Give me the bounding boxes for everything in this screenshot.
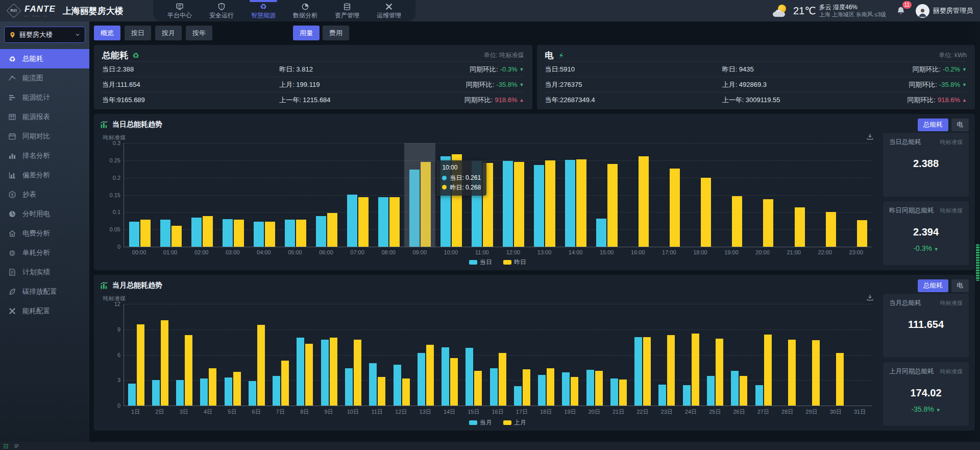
- x-tick-label: 00:00: [124, 249, 155, 255]
- chart-tab[interactable]: 电: [951, 119, 969, 131]
- chart-card: 当日总能耗趋势 总能耗电 吨标准煤 0.30.250.20.150.10.050…: [94, 114, 975, 270]
- bar: [358, 197, 369, 247]
- panel-label: 当日总能耗: [889, 138, 921, 147]
- legend-item[interactable]: 当日: [469, 258, 492, 267]
- bar: [731, 371, 739, 406]
- chart-tab[interactable]: 电: [951, 279, 969, 292]
- plot-area[interactable]: 129630: [124, 304, 872, 406]
- bar-group: [293, 304, 317, 406]
- arrow-down-icon: ▼: [520, 82, 524, 87]
- mode-tab[interactable]: 用量: [293, 26, 320, 40]
- sidebar-item[interactable]: 碳排放配置: [0, 282, 89, 301]
- nav-item[interactable]: 安全运行: [208, 1, 235, 21]
- grid-dots-icon[interactable]: [3, 443, 9, 449]
- nav-item[interactable]: 数据分析: [292, 1, 318, 21]
- scrollbar-thumb[interactable]: [976, 244, 979, 281]
- x-tick-label: 28日: [775, 408, 799, 416]
- x-tick-label: 9日: [316, 408, 340, 416]
- chart-card: 当月总能耗趋势 总能耗电 吨标准煤 129630 1日2日3日4日5日6日7日8…: [94, 275, 975, 431]
- x-tick-label: 31日: [848, 408, 872, 416]
- view-tab[interactable]: 按日: [125, 26, 151, 40]
- plot-area[interactable]: 0.30.250.20.150.10.050 10:00当日: 0.261昨日:…: [124, 143, 872, 247]
- legend-item[interactable]: 上月: [503, 418, 526, 427]
- building-selector[interactable]: 丽婴房大楼: [4, 27, 85, 43]
- bar: [160, 220, 170, 247]
- bar: [129, 222, 139, 247]
- electricity-fee-icon: [8, 229, 16, 238]
- chart-tab[interactable]: 总能耗: [918, 119, 948, 131]
- bar-group: [498, 143, 529, 247]
- summary-cell: 昨日: 3.812: [279, 65, 470, 74]
- mode-tab[interactable]: 费用: [323, 26, 349, 40]
- bar-group: [775, 304, 799, 406]
- x-tick-label: 30日: [824, 408, 848, 416]
- card-unit: 单位: kWh: [939, 51, 967, 60]
- sidebar-item[interactable]: 能耗配置: [0, 301, 89, 321]
- sidebar-item[interactable]: 分时用电: [0, 204, 89, 224]
- x-tick-label: 21:00: [778, 249, 810, 255]
- x-tick-label: 07:00: [342, 249, 373, 255]
- time-of-use-icon: [8, 210, 16, 218]
- rate-value: -0.2%: [943, 65, 960, 73]
- list-icon[interactable]: [14, 443, 19, 449]
- sidebar-item[interactable]: 同期对比: [0, 127, 89, 146]
- legend-item[interactable]: 当月: [469, 418, 492, 427]
- notification-bell[interactable]: 11: [894, 4, 908, 17]
- nav-item-label: 资产管理: [335, 11, 359, 20]
- download-icon[interactable]: [866, 294, 874, 301]
- weather-icon: [773, 4, 790, 17]
- download-icon[interactable]: [866, 133, 874, 140]
- chart-tab[interactable]: 总能耗: [918, 279, 948, 292]
- legend-item[interactable]: 昨日: [503, 258, 526, 267]
- sidebar-item[interactable]: 排名分析: [0, 146, 89, 165]
- nav-item[interactable]: 资产管理: [334, 1, 360, 21]
- energy-report-icon: [8, 113, 16, 121]
- view-tab[interactable]: 按年: [186, 26, 212, 40]
- y-tick-label: 0.1: [113, 209, 120, 215]
- view-tab[interactable]: 概览: [94, 26, 120, 40]
- sidebar-item[interactable]: 计划实绩: [0, 263, 89, 282]
- x-tick-label: 02:00: [186, 249, 217, 255]
- weather-detail: 上海 上海城区 东南风 ≤3级: [819, 11, 886, 18]
- sidebar-item[interactable]: 能源报表: [0, 107, 89, 127]
- sidebar-item[interactable]: ♻总能耗: [0, 49, 89, 68]
- bar: [172, 226, 182, 247]
- panel-value: 174.02: [889, 387, 963, 399]
- nav-item[interactable]: ♻智慧能源: [250, 1, 277, 21]
- trend-chart-icon: [100, 281, 108, 290]
- panel-rate: -35.8% ▼: [889, 405, 963, 413]
- x-tick-label: 14:00: [560, 249, 591, 255]
- x-tick-label: 25日: [703, 408, 727, 416]
- x-tick-label: 03:00: [217, 249, 248, 255]
- rate-label: 同期环比:: [464, 96, 493, 105]
- summary-card: 电 ⚡ 单位: kWh 当日:5910 昨日: 9435 同期环比: -0.2%…: [537, 45, 975, 109]
- stat-panel: 当日总能耗 吨标准煤 2.388: [883, 133, 969, 197]
- x-tick-label: 05:00: [279, 249, 310, 255]
- x-tick-label: 1日: [124, 408, 148, 416]
- data-analysis-icon: [301, 3, 309, 11]
- sidebar-item[interactable]: 偏差分析: [0, 165, 89, 185]
- user-menu[interactable]: 丽婴房管理员: [916, 4, 973, 18]
- sidebar-item[interactable]: ⚙单耗分析: [0, 243, 89, 263]
- x-tick-label: 19:00: [716, 249, 747, 255]
- view-tab[interactable]: 按月: [155, 26, 182, 40]
- sidebar-item[interactable]: 能源统计: [0, 88, 89, 107]
- bar: [426, 345, 434, 406]
- sidebar-item[interactable]: 能流图: [0, 68, 89, 88]
- bar: [254, 222, 264, 247]
- legend-swatch-icon: [503, 420, 511, 425]
- sidebar-item[interactable]: 抄表: [0, 185, 89, 204]
- bar: [297, 338, 304, 406]
- x-tick-label: 19日: [558, 408, 582, 416]
- sidebar-item-label: 排名分析: [22, 151, 50, 160]
- arrow-down-icon: ▼: [962, 82, 967, 87]
- carbon-config-icon: [8, 288, 16, 296]
- notification-badge: 11: [902, 1, 912, 9]
- bar: [378, 377, 385, 406]
- sidebar-item[interactable]: 电费分析: [0, 224, 89, 243]
- bar-group: [848, 304, 872, 406]
- nav-item[interactable]: 平台中心: [166, 1, 193, 21]
- sidebar-item-label: 偏差分析: [22, 171, 50, 180]
- bar: [474, 371, 482, 406]
- nav-item[interactable]: 运维管理: [376, 1, 402, 21]
